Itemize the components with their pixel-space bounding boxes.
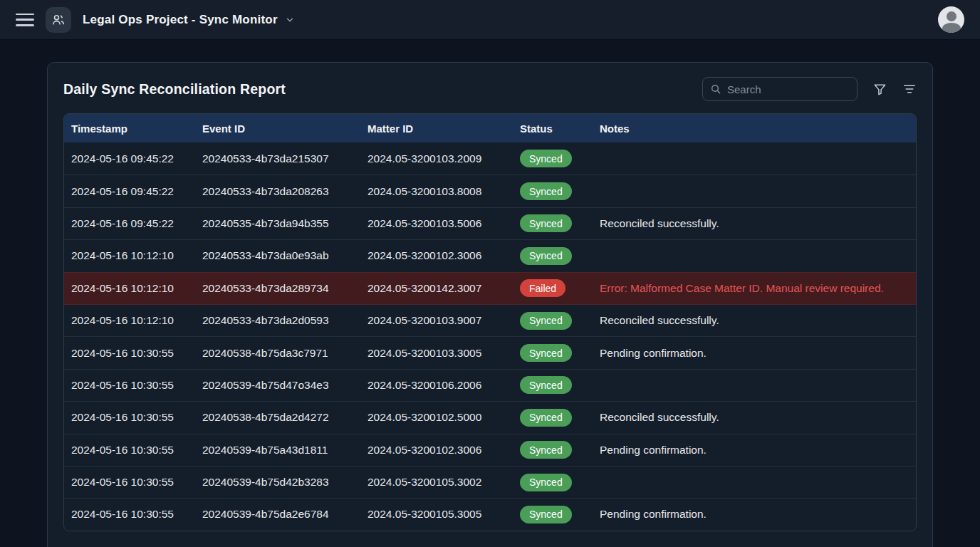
- cell-event-id: 20240538-4b75da2d4272: [202, 411, 368, 424]
- users-icon: [51, 13, 66, 27]
- cell-notes: Pending confirmation.: [600, 508, 916, 521]
- menu-icon[interactable]: [16, 14, 34, 26]
- app-title: Legal Ops Project - Sync Monitor: [83, 13, 278, 27]
- status-badge: Synced: [520, 312, 572, 330]
- cell-event-id: 20240538-4b75da3c7971: [202, 347, 368, 360]
- search-icon: [710, 83, 721, 95]
- status-badge: Synced: [520, 182, 572, 200]
- sync-table: Timestamp Event ID Matter ID Status Note…: [63, 113, 917, 531]
- status-badge: Synced: [520, 247, 572, 265]
- cell-notes: Reconciled successfully.: [600, 217, 916, 230]
- report-header: Daily Sync Reconciliation Report: [63, 77, 917, 101]
- report-card: Daily Sync Reconciliation Report: [47, 62, 933, 547]
- cell-timestamp: 2024-05-16 10:30:55: [71, 379, 202, 392]
- col-header-matter-id: Matter ID: [368, 123, 520, 135]
- cell-timestamp: 2024-05-16 10:30:55: [71, 476, 202, 489]
- page-content: Daily Sync Reconciliation Report: [0, 40, 980, 547]
- status-badge: Synced: [520, 150, 572, 167]
- chevron-down-icon: [285, 15, 295, 25]
- search-input[interactable]: [727, 83, 850, 95]
- cell-timestamp: 2024-05-16 10:30:55: [71, 347, 202, 360]
- top-bar: Legal Ops Project - Sync Monitor: [0, 0, 980, 40]
- status-badge: Failed: [520, 279, 565, 297]
- status-badge: Synced: [520, 474, 572, 491]
- cell-matter-id: 2024.05-3200102.3006: [368, 249, 520, 262]
- cell-notes: Pending confirmation.: [600, 347, 916, 360]
- cell-matter-id: 2024.05-3200103.9007: [368, 314, 520, 327]
- cell-timestamp: 2024-05-16 09:45:22: [71, 152, 202, 165]
- cell-event-id: 20240539-4b75a43d1811: [202, 444, 368, 457]
- status-badge: Synced: [520, 506, 572, 523]
- cell-event-id: 20240533-4b73da208263: [202, 185, 368, 198]
- table-row: 2024-05-16 10:30:55 20240539-4b75d42b328…: [64, 466, 916, 498]
- table-header-row: Timestamp Event ID Matter ID Status Note…: [64, 114, 916, 142]
- status-badge: Synced: [520, 441, 572, 459]
- col-header-notes: Notes: [600, 123, 916, 135]
- cell-event-id: 20240539-4b75da2e6784: [202, 508, 368, 521]
- page-title: Daily Sync Reconciliation Report: [63, 81, 286, 98]
- cell-event-id: 20240539-4b75d47o34e3: [202, 379, 368, 392]
- col-header-event-id: Event ID: [202, 123, 368, 135]
- cell-timestamp: 2024-05-16 10:12:10: [71, 249, 202, 262]
- table-row: 2024-05-16 10:30:55 20240539-4b75a43d181…: [64, 434, 916, 466]
- cell-notes: Reconciled successfully.: [600, 314, 916, 327]
- col-header-status: Status: [520, 123, 600, 135]
- cell-event-id: 20240533-4b73da0e93ab: [202, 249, 368, 262]
- cell-matter-id: 2024.05-3200102.3006: [368, 444, 520, 457]
- cell-event-id: 20240533-4b73da2d0593: [202, 314, 368, 327]
- cell-matter-id: 2024.05-3200103.5006: [368, 217, 520, 230]
- status-badge: Synced: [520, 409, 572, 427]
- cell-matter-id: 2024.05-3200106.2006: [368, 379, 520, 392]
- cell-timestamp: 2024-05-16 09:45:22: [71, 217, 202, 230]
- cell-matter-id: 2024.05-3200103.8008: [368, 185, 520, 198]
- status-badge: Synced: [520, 344, 572, 362]
- cell-timestamp: 2024-05-16 10:12:10: [71, 314, 202, 327]
- cell-matter-id: 2024.05-3200105.3002: [368, 476, 520, 489]
- cell-matter-id: 2024.05-3200103.3005: [368, 347, 520, 360]
- cell-event-id: 20240539-4b75d42b3283: [202, 476, 368, 489]
- cell-notes: Pending confirmation.: [600, 444, 916, 457]
- table-row: 2024-05-16 10:12:10 20240533-4b73da0e93a…: [64, 239, 916, 271]
- table-row: 2024-05-16 10:30:55 20240539-4b75da2e678…: [64, 498, 916, 530]
- cell-timestamp: 2024-05-16 10:30:55: [71, 508, 202, 521]
- cell-event-id: 20240533-4b73da215307: [202, 152, 368, 165]
- cell-timestamp: 2024-05-16 10:30:55: [71, 411, 202, 424]
- cell-matter-id: 2024.05-3200103.2009: [368, 152, 520, 165]
- cell-notes: Error: Malformed Case Matter ID. Manual …: [600, 282, 916, 295]
- cell-matter-id: 2024.05-3200102.5000: [368, 411, 520, 424]
- cell-matter-id: 2024.05-3200105.3005: [368, 508, 520, 521]
- filter-lines-icon[interactable]: [902, 83, 917, 95]
- table-row: 2024-05-16 10:30:55 20240538-4b75da3c797…: [64, 336, 916, 368]
- cell-timestamp: 2024-05-16 10:12:10: [71, 282, 202, 295]
- cell-timestamp: 2024-05-16 10:30:55: [71, 444, 202, 457]
- cell-event-id: 20240535-4b73da94b355: [202, 217, 368, 230]
- table-row: 2024-05-16 10:30:55 20240539-4b75d47o34e…: [64, 369, 916, 401]
- cell-notes: Reconciled successfully.: [600, 411, 916, 424]
- cell-matter-id: 2024.05-3200142.3007: [368, 282, 520, 295]
- table-body: 2024-05-16 09:45:22 20240533-4b73da21530…: [64, 142, 916, 531]
- table-row: 2024-05-16 10:12:10 20240533-4b73da2d059…: [64, 304, 916, 336]
- project-switcher[interactable]: Legal Ops Project - Sync Monitor: [83, 13, 295, 27]
- status-badge: Synced: [520, 376, 572, 394]
- status-badge: Synced: [520, 214, 572, 232]
- table-row: 2024-05-16 09:45:22 20240533-4b73da21530…: [64, 142, 916, 174]
- table-row: 2024-05-16 10:30:55 20240538-4b75da2d427…: [64, 401, 916, 433]
- table-row: 2024-05-16 10:12:10 20240533-4b73da28973…: [64, 272, 916, 304]
- cell-event-id: 20240533-4b73da289734: [202, 282, 368, 295]
- filter-funnel-icon[interactable]: [873, 83, 887, 96]
- table-row: 2024-05-16 09:45:22 20240535-4b73da94b35…: [64, 207, 916, 239]
- col-header-timestamp: Timestamp: [71, 123, 202, 135]
- search-box[interactable]: [702, 77, 858, 101]
- table-row: 2024-05-16 09:45:22 20240533-4b73da20826…: [64, 174, 916, 207]
- cell-timestamp: 2024-05-16 09:45:22: [71, 185, 202, 198]
- user-avatar-icon[interactable]: [938, 6, 964, 33]
- project-icon-button[interactable]: [46, 7, 71, 33]
